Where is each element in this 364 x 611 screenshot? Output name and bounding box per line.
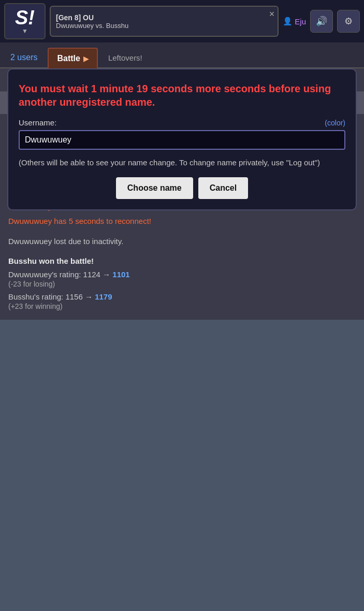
- tab-battle-label: Battle: [57, 54, 80, 63]
- header-right: 👤 Eju 🔊 ⚙: [283, 10, 360, 33]
- cancel-button[interactable]: Cancel: [198, 177, 248, 199]
- logo-s: S!: [15, 8, 35, 27]
- dwu-rating-text: Dwuwuwuey's rating: 1124 →: [8, 270, 110, 279]
- username-input[interactable]: [19, 130, 345, 150]
- choose-name-button[interactable]: Choose name: [116, 177, 193, 199]
- battle-title-box: × [Gen 8] OU Dwuwuwuey vs. Busshu: [50, 6, 279, 37]
- busshu-rating-sub: (+23 for winning): [8, 302, 356, 314]
- close-icon[interactable]: ×: [269, 9, 275, 20]
- username-field-label: Username:: [19, 118, 56, 127]
- dwu-rating-new: 1101: [112, 270, 129, 279]
- tab-users[interactable]: 2 users: [0, 48, 48, 67]
- color-link[interactable]: (color): [325, 119, 345, 127]
- tab-battle-arrow: ▶: [83, 55, 89, 63]
- user-icon: 👤: [283, 17, 293, 26]
- sound-button[interactable]: 🔊: [310, 10, 333, 33]
- logo-chevron-icon: ▼: [22, 27, 28, 35]
- tab-battle[interactable]: Battle ▶: [48, 48, 97, 68]
- battle-gen-label: [Gen 8] OU: [56, 13, 272, 22]
- modal-warning-text: You must wait 1 minute 19 seconds more s…: [19, 82, 345, 109]
- modal-buttons: Choose name Cancel: [19, 177, 345, 199]
- settings-icon: ⚙: [344, 16, 353, 27]
- tab-leftovers-label: Leftovers!: [108, 53, 142, 62]
- spacer-2: [8, 229, 356, 234]
- battle-players-label: Dwuwuwuey vs. Busshu: [56, 22, 272, 30]
- tabs-bar: 2 users Battle ▶ Leftovers!: [0, 42, 364, 68]
- tab-leftovers[interactable]: Leftovers!: [98, 48, 153, 67]
- winner-text-post: won the battle!: [37, 257, 94, 265]
- sound-icon: 🔊: [316, 16, 327, 27]
- username-label: Eju: [295, 17, 306, 26]
- user-info[interactable]: 👤 Eju: [283, 17, 306, 26]
- busshu-rating-text: Busshu's rating: 1156 →: [8, 292, 93, 301]
- username-row: Username: (color): [19, 118, 345, 127]
- dwu-rating-sub: (-23 for losing): [8, 280, 356, 291]
- header: S! ▼ × [Gen 8] OU Dwuwuwuey vs. Busshu 👤…: [0, 0, 364, 42]
- tab-users-label: 2 users: [10, 53, 37, 62]
- rating-dwu: Dwuwuwuey's rating: 1124 → 1101: [8, 269, 356, 280]
- busshu-rating-new: 1179: [95, 292, 112, 301]
- logo-button[interactable]: S! ▼: [4, 3, 46, 39]
- modal-note-text: (Others will be able to see your name ch…: [19, 157, 345, 168]
- username-modal: You must wait 1 minute 19 seconds more s…: [7, 68, 357, 210]
- spacer-3: [8, 249, 356, 254]
- log-entry-inactivity: Dwuwuwuey lost due to inactivity.: [8, 234, 356, 249]
- winner-name: Busshu: [8, 257, 37, 265]
- rating-busshu: Busshu's rating: 1156 → 1179: [8, 291, 356, 302]
- log-entry-winner: Busshu won the battle!: [8, 254, 356, 269]
- log-entry-5sec: Dwuwuwuey has 5 seconds to reconnect!: [8, 214, 356, 229]
- settings-button[interactable]: ⚙: [337, 10, 360, 33]
